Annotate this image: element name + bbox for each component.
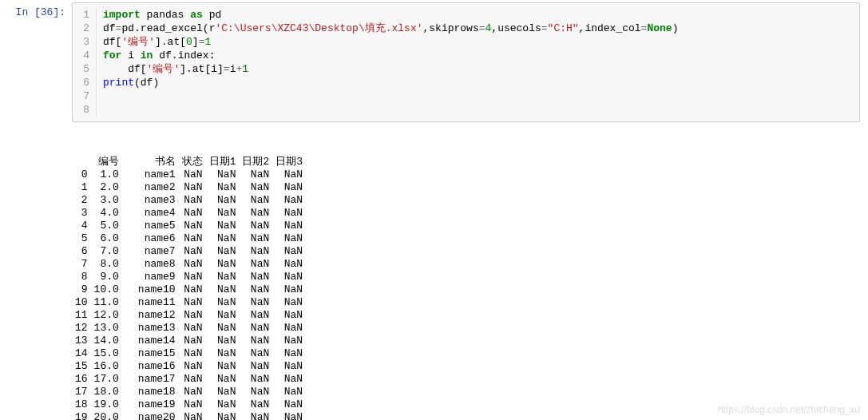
cell: NaN — [239, 386, 272, 398]
row-index: 1 — [72, 181, 91, 194]
row-index: 17 — [72, 386, 91, 398]
gutter-num: 5 — [73, 62, 89, 76]
cell: name12 — [122, 309, 179, 322]
cell: NaN — [272, 258, 306, 271]
cell: name13 — [122, 322, 179, 335]
table-row: 1920.0name20NaNNaNNaNNaN — [72, 411, 306, 420]
table-row: 1011.0name11NaNNaNNaNNaN — [72, 296, 306, 309]
dataframe-table: 编号 书名 状态 日期1 日期2 日期3 01.0name1NaNNaNNaNN… — [72, 156, 306, 420]
cell: name1 — [122, 168, 179, 181]
cell: NaN — [239, 194, 272, 207]
cell: 9.0 — [91, 271, 122, 283]
code-line[interactable]: print(df) — [103, 76, 859, 89]
row-index: 9 — [72, 283, 91, 296]
cell: NaN — [239, 411, 272, 420]
cell: 8.0 — [91, 258, 122, 271]
table-row: 1112.0name12NaNNaNNaNNaN — [72, 309, 306, 322]
cell: NaN — [239, 181, 272, 194]
cell: NaN — [272, 194, 306, 207]
gutter-num: 2 — [73, 22, 89, 35]
cell: NaN — [272, 373, 306, 386]
cell: NaN — [239, 283, 272, 296]
table-row: 1213.0name13NaNNaNNaNNaN — [72, 322, 306, 335]
cell: 3.0 — [91, 194, 122, 207]
cell: NaN — [206, 194, 240, 207]
col-index — [72, 156, 91, 168]
code-line[interactable]: df['编号'].at[i]=i+1 — [103, 62, 859, 76]
col-header: 书名 — [122, 156, 179, 168]
cell: NaN — [206, 245, 240, 258]
cell: 10.0 — [91, 283, 122, 296]
col-header: 编号 — [91, 156, 122, 168]
cell: 15.0 — [91, 347, 122, 360]
row-index: 15 — [72, 360, 91, 373]
cell: NaN — [239, 168, 272, 181]
cell: NaN — [179, 373, 206, 386]
cell: NaN — [239, 220, 272, 232]
table-row: 910.0name10NaNNaNNaNNaN — [72, 283, 306, 296]
cell: 2.0 — [91, 181, 122, 194]
cell: NaN — [239, 207, 272, 220]
table-row: 89.0name9NaNNaNNaNNaN — [72, 271, 306, 283]
code-content[interactable]: import pandas as pddf=pd.read_excel(r'C:… — [97, 8, 859, 117]
cell: NaN — [272, 245, 306, 258]
cell: name18 — [122, 386, 179, 398]
table-row: 1415.0name15NaNNaNNaNNaN — [72, 347, 306, 360]
cell: NaN — [179, 181, 206, 194]
gutter-num: 8 — [73, 103, 89, 117]
table-row: 1314.0name14NaNNaNNaNNaN — [72, 335, 306, 347]
cell: NaN — [272, 283, 306, 296]
table-row: 1718.0name18NaNNaNNaNNaN — [72, 386, 306, 398]
cell: NaN — [272, 207, 306, 220]
table-row: 34.0name4NaNNaNNaNNaN — [72, 207, 306, 220]
input-prompt: In [36]: — [0, 2, 72, 122]
table-row: 67.0name7NaNNaNNaNNaN — [72, 245, 306, 258]
table-row: 1516.0name16NaNNaNNaNNaN — [72, 360, 306, 373]
cell: NaN — [206, 207, 240, 220]
cell: NaN — [239, 322, 272, 335]
cell: NaN — [206, 398, 240, 411]
cell: 6.0 — [91, 232, 122, 245]
row-index: 3 — [72, 207, 91, 220]
col-header: 日期2 — [239, 156, 272, 168]
cell: 16.0 — [91, 360, 122, 373]
cell: name9 — [122, 271, 179, 283]
cell: NaN — [272, 220, 306, 232]
cell: NaN — [272, 360, 306, 373]
cell: NaN — [206, 322, 240, 335]
cell: 4.0 — [91, 207, 122, 220]
cell: name10 — [122, 283, 179, 296]
code-line[interactable]: df['编号'].at[0]=1 — [103, 35, 859, 49]
row-index: 18 — [72, 398, 91, 411]
table-row: 01.0name1NaNNaNNaNNaN — [72, 168, 306, 181]
cell: NaN — [179, 168, 206, 181]
gutter-num: 3 — [73, 35, 89, 49]
code-line[interactable]: for i in df.index: — [103, 49, 859, 62]
cell: NaN — [239, 245, 272, 258]
row-index: 4 — [72, 220, 91, 232]
cell: NaN — [206, 335, 240, 347]
col-header: 日期3 — [272, 156, 306, 168]
code-line[interactable]: import pandas as pd — [103, 8, 859, 22]
cell: NaN — [206, 258, 240, 271]
output-prompt — [0, 127, 72, 420]
cell: NaN — [206, 296, 240, 309]
cell: 20.0 — [91, 411, 122, 420]
cell: NaN — [239, 398, 272, 411]
row-index: 12 — [72, 322, 91, 335]
cell: NaN — [179, 411, 206, 420]
cell: NaN — [272, 168, 306, 181]
cell: NaN — [239, 335, 272, 347]
table-row: 45.0name5NaNNaNNaNNaN — [72, 220, 306, 232]
table-header-row: 编号 书名 状态 日期1 日期2 日期3 — [72, 156, 306, 168]
cell: NaN — [272, 322, 306, 335]
row-index: 10 — [72, 296, 91, 309]
cell: NaN — [179, 296, 206, 309]
cell: 12.0 — [91, 309, 122, 322]
col-header: 日期1 — [206, 156, 240, 168]
cell: NaN — [179, 271, 206, 283]
code-line[interactable]: df=pd.read_excel(r'C:\Users\XZC43\Deskto… — [103, 22, 859, 35]
code-editor[interactable]: 1 2 3 4 5 6 7 8 import pandas as pddf=pd… — [72, 2, 860, 122]
cell: NaN — [272, 398, 306, 411]
watermark: https://blog.csdn.net/zhicheng_xu — [718, 404, 860, 415]
